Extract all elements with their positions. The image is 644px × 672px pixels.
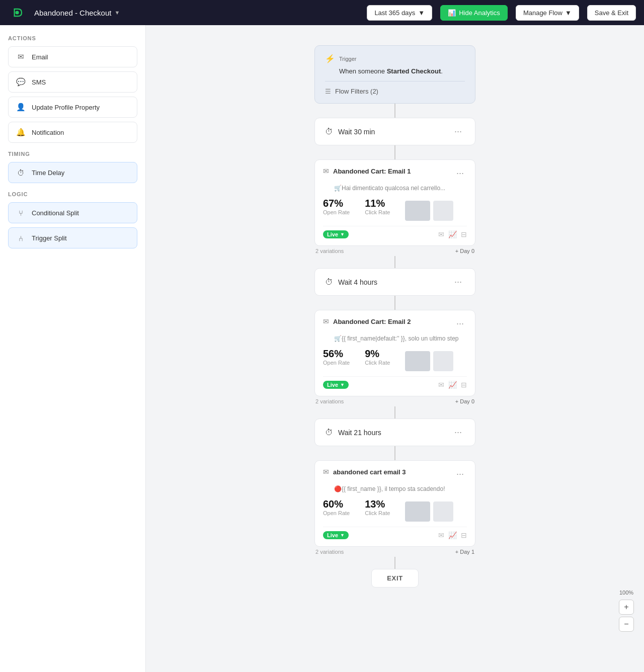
wait-node-3[interactable]: ⏱ Wait 21 hours ··· <box>314 418 475 446</box>
click-rate-label-3: Click Rate <box>365 510 390 516</box>
email-subject-3: 🔴{{ first_name }}, il tempo sta scadendo… <box>334 485 467 492</box>
logo <box>8 4 26 22</box>
email-stats-3: 60% Open Rate 13% Click Rate <box>323 498 467 522</box>
wait-more-button-3[interactable]: ··· <box>451 426 465 439</box>
node-meta-3: 2 variations + Day 1 <box>314 547 475 557</box>
footer-icons-1: ✉ 📈 ⊟ <box>438 230 467 238</box>
live-badge-2[interactable]: Live ▼ <box>323 381 349 389</box>
email-envelope-icon-2: ✉ <box>323 317 329 325</box>
hide-analytics-button[interactable]: 📊 Hide Analytics <box>440 5 508 21</box>
date-range-label: Last 365 days <box>374 9 415 17</box>
email-node-2: ✉ Abandoned Cart: Email 2 ··· 🛒{{ first_… <box>314 310 475 396</box>
click-rate-label-1: Click Rate <box>365 209 390 215</box>
stat-bar-open-2 <box>405 351 430 371</box>
email-name-1: Abandoned Cart: Email 1 <box>333 167 411 175</box>
stat-bar-open-1 <box>405 201 430 221</box>
analytics-chart-icon: 📊 <box>448 9 456 17</box>
connector-2 <box>394 145 395 159</box>
filter-action-icon-1[interactable]: ⊟ <box>461 230 467 238</box>
zoom-out-button[interactable]: − <box>619 617 634 632</box>
open-rate-pct-1: 67% <box>323 198 350 209</box>
email-action-icon-3[interactable]: ✉ <box>438 531 444 539</box>
email-action-icon-2[interactable]: ✉ <box>438 381 444 389</box>
trigger-node[interactable]: ⚡ Trigger When someone Started Checkout.… <box>314 45 475 104</box>
email-more-button-2[interactable]: ··· <box>453 317 467 330</box>
connector-1 <box>394 104 395 118</box>
sidebar-item-notification[interactable]: 🔔 Notification <box>8 122 137 143</box>
sidebar-item-update-profile[interactable]: 👤 Update Profile Property <box>8 97 137 118</box>
flow-title[interactable]: Abandoned - Checkout ▼ <box>34 9 120 17</box>
flow-filters-label: Flow Filters (2) <box>335 88 378 95</box>
chart-action-icon-2[interactable]: 📈 <box>448 381 457 389</box>
trigger-text-after: . <box>441 67 443 75</box>
date-range-button[interactable]: Last 365 days ▼ <box>367 5 432 21</box>
sidebar-item-email[interactable]: ✉ Email <box>8 46 137 67</box>
live-label-3: Live <box>327 532 338 538</box>
wait-node-2[interactable]: ⏱ Wait 4 hours ··· <box>314 268 475 296</box>
filter-action-icon-3[interactable]: ⊟ <box>461 531 467 539</box>
day-label-2: + Day 0 <box>455 398 474 404</box>
chart-action-icon-3[interactable]: 📈 <box>448 531 457 539</box>
email-envelope-icon-3: ✉ <box>323 468 329 476</box>
email-title-row-1: ✉ Abandoned Cart: Email 1 <box>323 167 411 175</box>
variations-label-1: 2 variations <box>315 248 344 254</box>
trigger-text-before: When someone <box>339 67 387 75</box>
stat-bars-1 <box>405 201 453 221</box>
live-badge-1[interactable]: Live ▼ <box>323 230 349 238</box>
open-rate-block-3: 60% Open Rate <box>323 498 350 522</box>
sidebar-item-trigger-split-label: Trigger Split <box>32 234 67 242</box>
sidebar-item-trigger-split[interactable]: ⑃ Trigger Split <box>8 227 137 248</box>
connector-7 <box>394 557 395 569</box>
footer-icons-2: ✉ 📈 ⊟ <box>438 381 467 389</box>
topnav: Abandoned - Checkout ▼ Last 365 days ▼ 📊… <box>0 0 644 25</box>
email-name-2: Abandoned Cart: Email 2 <box>333 318 411 325</box>
click-rate-pct-3: 13% <box>365 498 390 510</box>
email-more-button-3[interactable]: ··· <box>453 468 467 480</box>
email-icon: ✉ <box>16 52 26 62</box>
wait-node-1[interactable]: ⏱ Wait 30 min ··· <box>314 118 475 145</box>
sidebar-item-conditional-split[interactable]: ⑂ Conditional Split <box>8 202 137 223</box>
chart-action-icon-1[interactable]: 📈 <box>448 230 457 238</box>
flow-title-chevron-icon: ▼ <box>114 10 120 16</box>
live-chevron-icon-2: ▼ <box>340 382 345 387</box>
zoom-in-button[interactable]: + <box>619 600 634 615</box>
email-header-1: ✉ Abandoned Cart: Email 1 ··· <box>323 167 467 180</box>
live-chevron-icon-3: ▼ <box>340 533 345 538</box>
save-exit-button[interactable]: Save & Exit <box>587 5 636 21</box>
klaviyo-logo <box>8 4 26 22</box>
sidebar-item-sms[interactable]: 💬 SMS <box>8 71 137 93</box>
sidebar-item-update-profile-label: Update Profile Property <box>32 104 100 111</box>
wait-more-button-2[interactable]: ··· <box>451 276 465 288</box>
flow-filters[interactable]: ☰ Flow Filters (2) <box>325 81 465 95</box>
email-footer-1: Live ▼ ✉ 📈 ⊟ <box>323 226 467 238</box>
open-rate-label-1: Open Rate <box>323 209 350 215</box>
email-subject-2: 🛒{{ first_name|default:'' }}, solo un ul… <box>334 335 467 342</box>
email-stats-2: 56% Open Rate 9% Click Rate <box>323 348 467 371</box>
sms-icon: 💬 <box>16 77 26 87</box>
profile-icon: 👤 <box>16 102 26 112</box>
filter-action-icon-2[interactable]: ⊟ <box>461 381 467 389</box>
variations-label-2: 2 variations <box>315 398 344 404</box>
live-badge-3[interactable]: Live ▼ <box>323 531 349 539</box>
trigger-split-icon: ⑃ <box>16 233 26 243</box>
variations-label-3: 2 variations <box>315 549 344 555</box>
exit-node: EXIT <box>371 569 419 587</box>
flow-container: ⚡ Trigger When someone Started Checkout.… <box>314 45 475 587</box>
manage-flow-button[interactable]: Manage Flow ▼ <box>516 5 579 21</box>
notification-icon: 🔔 <box>16 127 26 137</box>
wait-more-button-1[interactable]: ··· <box>451 125 465 138</box>
date-chevron-icon: ▼ <box>418 9 425 17</box>
canvas: ⚡ Trigger When someone Started Checkout.… <box>146 25 644 672</box>
conditional-split-icon: ⑂ <box>16 208 26 218</box>
open-rate-block-2: 56% Open Rate <box>323 348 350 371</box>
stat-bar-click-3 <box>433 501 453 522</box>
trigger-text: When someone Started Checkout. <box>339 67 465 75</box>
sidebar-item-time-delay[interactable]: ⏱ Time Delay <box>8 162 137 183</box>
email-more-button-1[interactable]: ··· <box>453 167 467 180</box>
email-footer-2: Live ▼ ✉ 📈 ⊟ <box>323 376 467 389</box>
sidebar-item-email-label: Email <box>32 53 48 61</box>
email-title-row-2: ✉ Abandoned Cart: Email 2 <box>323 317 411 325</box>
trigger-header: ⚡ Trigger <box>325 54 465 63</box>
wait-clock-icon-1: ⏱ <box>325 127 333 136</box>
email-action-icon-1[interactable]: ✉ <box>438 230 444 238</box>
